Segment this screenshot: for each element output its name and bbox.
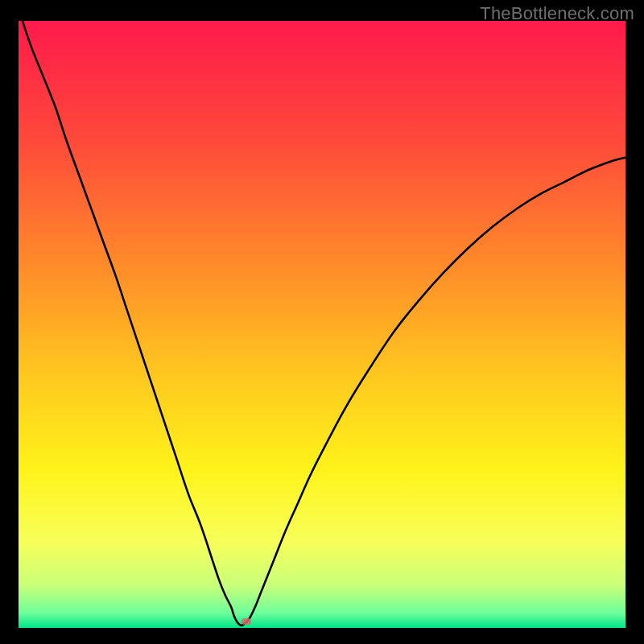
notch-marker-icon — [242, 618, 251, 625]
bottleneck-curve — [19, 21, 625, 628]
plot-area — [19, 21, 625, 628]
watermark-text: TheBottleneck.com — [480, 3, 634, 24]
chart-frame: TheBottleneck.com — [0, 0, 644, 644]
